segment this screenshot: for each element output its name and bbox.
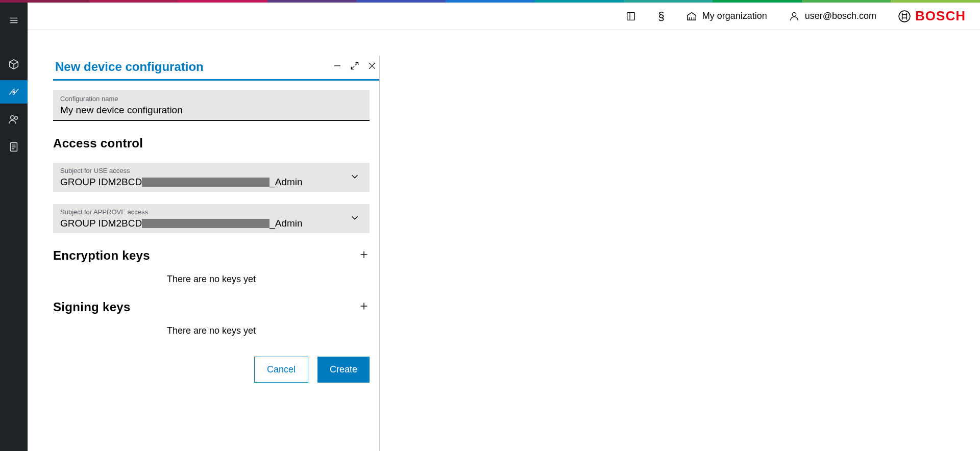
- svg-point-17: [899, 11, 910, 22]
- sidebar-item-devices[interactable]: [0, 53, 28, 76]
- access-control-title: Access control: [53, 136, 369, 151]
- redacted-text: [142, 178, 270, 187]
- create-button[interactable]: Create: [317, 357, 370, 383]
- expand-button[interactable]: [350, 61, 360, 73]
- section-icon: §: [658, 10, 664, 23]
- approve-access-label: Subject for APPROVE access: [60, 208, 362, 216]
- encryption-keys-title: Encryption keys: [53, 248, 150, 263]
- sidebar: [0, 3, 28, 451]
- document-icon: [8, 141, 19, 153]
- bosch-logo-text: BOSCH: [915, 8, 966, 24]
- panel-header: New device configuration: [53, 56, 379, 81]
- approve-access-value: GROUP IDM2BCD_Admin: [60, 218, 303, 229]
- tools-icon: [8, 86, 19, 97]
- topbar-org-button[interactable]: My organization: [686, 11, 767, 22]
- book-icon: [625, 11, 636, 22]
- sidebar-item-reports[interactable]: [0, 135, 28, 159]
- topbar-book-button[interactable]: [625, 11, 636, 22]
- cube-icon: [8, 59, 19, 70]
- add-encryption-key-button[interactable]: [358, 249, 370, 262]
- bosch-logo-icon: [898, 10, 911, 23]
- chevron-down-icon: [349, 212, 360, 225]
- svg-rect-10: [627, 12, 635, 20]
- svg-point-4: [11, 116, 14, 119]
- config-name-input[interactable]: [60, 105, 362, 116]
- cancel-button[interactable]: Cancel: [254, 357, 308, 383]
- encryption-keys-empty: There are no keys yet: [53, 274, 370, 285]
- signing-keys-title: Signing keys: [53, 300, 131, 314]
- topbar-org-label: My organization: [702, 11, 767, 21]
- menu-icon: [8, 15, 19, 26]
- device-config-panel: New device configuration Configuration n…: [53, 56, 380, 451]
- topbar: § My organization user@bosch.com BOSCH: [28, 3, 980, 30]
- topbar-user-button[interactable]: user@bosch.com: [789, 11, 876, 22]
- add-signing-key-button[interactable]: [358, 300, 370, 314]
- close-icon: [367, 61, 377, 71]
- redacted-text: [142, 219, 270, 228]
- plus-icon: [358, 249, 370, 260]
- expand-icon: [350, 61, 360, 71]
- svg-line-20: [351, 66, 354, 69]
- bosch-logo: BOSCH: [898, 8, 966, 24]
- sidebar-item-users[interactable]: [0, 108, 28, 131]
- panel-title: New device configuration: [55, 60, 204, 74]
- content-area: New device configuration Configuration n…: [28, 30, 980, 451]
- approve-access-select[interactable]: Subject for APPROVE access GROUP IDM2BCD…: [53, 204, 370, 233]
- config-name-field[interactable]: Configuration name: [53, 90, 370, 121]
- svg-point-16: [792, 12, 796, 16]
- svg-point-5: [15, 117, 18, 120]
- close-button[interactable]: [367, 61, 377, 73]
- signing-keys-empty: There are no keys yet: [53, 325, 370, 336]
- topbar-user-label: user@bosch.com: [805, 11, 876, 21]
- use-access-select[interactable]: Subject for USE access GROUP IDM2BCD_Adm…: [53, 163, 370, 192]
- plus-icon: [358, 300, 370, 312]
- menu-toggle-button[interactable]: [0, 9, 28, 32]
- minimize-button[interactable]: [332, 61, 342, 73]
- topbar-section-button[interactable]: §: [658, 10, 664, 23]
- minimize-icon: [332, 61, 342, 71]
- user-icon: [789, 11, 800, 22]
- svg-line-19: [355, 62, 358, 65]
- config-name-label: Configuration name: [60, 95, 362, 103]
- users-icon: [8, 114, 19, 125]
- organization-icon: [686, 11, 697, 22]
- use-access-value: GROUP IDM2BCD_Admin: [60, 177, 303, 188]
- sidebar-item-tools[interactable]: [0, 80, 28, 104]
- use-access-label: Subject for USE access: [60, 167, 362, 174]
- chevron-down-icon: [349, 171, 360, 184]
